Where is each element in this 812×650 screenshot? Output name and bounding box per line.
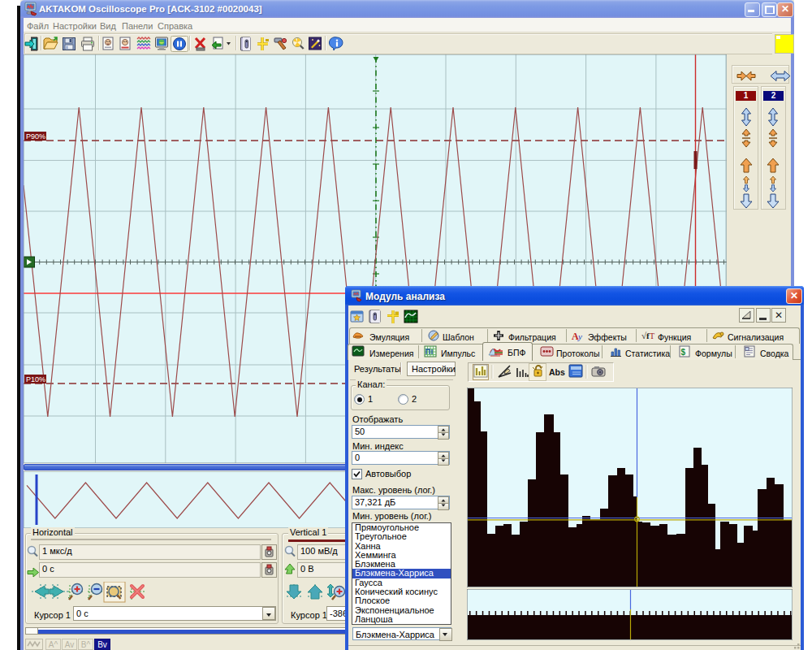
svg-text:P90%: P90% [26,132,45,141]
svg-text:Abs: Abs [549,367,565,377]
svg-text:y: y [577,332,582,341]
svg-text:$: $ [681,348,686,357]
svg-text:P10%: P10% [26,375,45,384]
svg-text:√f: √f [641,331,650,340]
svg-text:T: T [650,332,654,340]
